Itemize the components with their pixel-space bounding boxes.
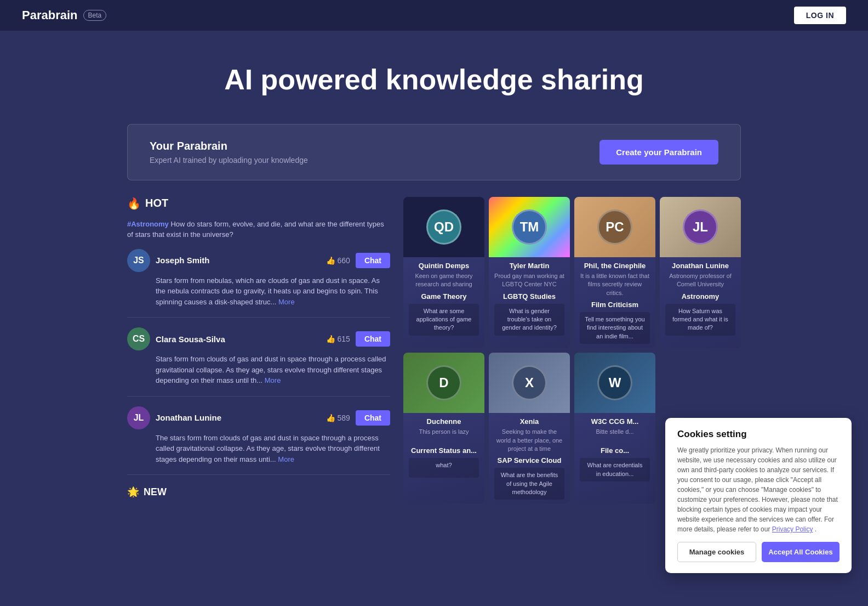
- card-desc: Astronomy professor of Cornell Universit…: [665, 272, 735, 289]
- card-avatar: JL: [683, 209, 718, 245]
- chat-item: CS Clara Sousa-Silva 👍 615 Chat Stars fo…: [127, 327, 390, 386]
- hot-question: #Astronomy How do stars form, evolve, an…: [127, 219, 390, 240]
- fire-icon: 🔥: [127, 197, 141, 210]
- hero-title: AI powered knowledge sharing: [22, 64, 846, 97]
- banner-text: Your Parabrain Expert AI trained by uplo…: [150, 140, 308, 165]
- card-image: W: [574, 353, 655, 413]
- banner-heading: Your Parabrain: [150, 140, 308, 152]
- question-tag: #Astronomy: [127, 220, 169, 228]
- card-tyler[interactable]: TM Tyler Martin Proud gay man working at…: [489, 197, 570, 348]
- chat-item-body: Stars form from nebulas, which are cloud…: [127, 275, 390, 308]
- card-image: D: [403, 353, 484, 413]
- card-topic: LGBTQ Studies: [494, 292, 564, 301]
- chat-button[interactable]: Chat: [356, 331, 390, 347]
- divider: [127, 396, 390, 397]
- more-link[interactable]: More: [278, 455, 294, 463]
- divider: [127, 474, 390, 475]
- like-count: 👍 589: [326, 414, 350, 422]
- card-image: JL: [660, 197, 741, 257]
- card-desc: It is a little known fact that films sec…: [580, 272, 650, 297]
- beta-badge: Beta: [83, 10, 107, 21]
- card-avatar: PC: [597, 209, 632, 245]
- card-image: PC: [574, 197, 655, 257]
- like-count: 👍 615: [326, 335, 350, 343]
- card-name: Phil, the Cinephile: [580, 262, 650, 270]
- card-quintin[interactable]: QD Quintin Demps Keen on game theory res…: [403, 197, 484, 348]
- left-panel: 🔥 HOT #Astronomy How do stars form, evol…: [127, 197, 390, 505]
- card-desc: This person is lazy: [409, 428, 479, 443]
- card-xenia[interactable]: X Xenia Seeking to make the world a bett…: [489, 353, 570, 504]
- card-body: Phil, the Cinephile It is a little known…: [574, 257, 655, 348]
- card-name: Tyler Martin: [494, 262, 564, 270]
- cookies-text: We greatly prioritize your privacy. When…: [677, 445, 840, 534]
- card-desc: Bitte stelle d...: [580, 428, 650, 443]
- banner-description: Expert AI trained by uploading your know…: [150, 156, 308, 165]
- header-left: Parabrain Beta: [22, 8, 106, 22]
- main-content: 🔥 HOT #Astronomy How do stars form, evol…: [105, 197, 763, 526]
- avatar: JS: [127, 249, 150, 272]
- divider: [127, 317, 390, 318]
- card-avatar: QD: [426, 209, 461, 245]
- chat-item-body: The stars form from clouds of gas and du…: [127, 433, 390, 465]
- card-topic: SAP Service Cloud: [494, 456, 564, 465]
- thumbs-up-icon: 👍: [326, 256, 335, 265]
- chat-item: JL Jonathan Lunine 👍 589 Chat The stars …: [127, 406, 390, 465]
- card-avatar: X: [512, 365, 547, 400]
- chat-item-header: CS Clara Sousa-Silva 👍 615 Chat: [127, 327, 390, 350]
- card-desc: Proud gay man working at LGBTQ Center NY…: [494, 272, 564, 289]
- new-label: 🌟 NEW: [127, 486, 390, 498]
- cookies-buttons: Manage cookies Accept All Cookies: [677, 542, 840, 562]
- card-body: Jonathan Lunine Astronomy professor of C…: [660, 257, 741, 340]
- card-avatar: D: [426, 365, 461, 400]
- card-body: Quintin Demps Keen on game theory resear…: [403, 257, 484, 340]
- card-image: QD: [403, 197, 484, 257]
- hero-section: AI powered knowledge sharing: [0, 31, 868, 118]
- card-question: What are some applications of game theor…: [409, 304, 479, 336]
- card-question: How Saturn was formed and what it is mad…: [665, 304, 735, 336]
- chat-button[interactable]: Chat: [356, 253, 390, 268]
- header: Parabrain Beta LOG IN: [0, 0, 868, 31]
- cookies-title: Cookies setting: [677, 429, 840, 440]
- card-body: Duchenne This person is lazy Current Sta…: [403, 413, 484, 482]
- card-topic: Astronomy: [665, 292, 735, 301]
- chat-item-name: Jonathan Lunine: [156, 413, 321, 422]
- card-image: X: [489, 353, 570, 413]
- card-question: What are the benefits of using the Agile…: [494, 468, 564, 500]
- card-topic: Current Status an...: [409, 446, 479, 455]
- card-topic: Film Criticism: [580, 301, 650, 309]
- chat-item-header: JL Jonathan Lunine 👍 589 Chat: [127, 406, 390, 429]
- card-question: what?: [409, 458, 479, 478]
- chat-item: JS Joseph Smith 👍 660 Chat Stars form fr…: [127, 249, 390, 308]
- card-topic: Game Theory: [409, 292, 479, 301]
- parabrain-banner: Your Parabrain Expert AI trained by uplo…: [127, 124, 741, 180]
- create-parabrain-button[interactable]: Create your Parabrain: [599, 140, 718, 165]
- logo: Parabrain: [22, 8, 78, 22]
- card-avatar: W: [597, 365, 632, 400]
- card-body: W3C CCG M... Bitte stelle d... File co..…: [574, 413, 655, 486]
- card-desc: Seeking to make the world a better place…: [494, 428, 564, 453]
- more-link[interactable]: More: [278, 298, 295, 306]
- card-name: Quintin Demps: [409, 262, 479, 270]
- accept-cookies-button[interactable]: Accept All Cookies: [762, 542, 840, 562]
- avatar: JL: [127, 406, 150, 429]
- card-duchenne[interactable]: D Duchenne This person is lazy Current S…: [403, 353, 484, 504]
- chat-button[interactable]: Chat: [356, 410, 390, 426]
- chat-item-name: Clara Sousa-Silva: [156, 335, 321, 344]
- card-phil[interactable]: PC Phil, the Cinephile It is a little kn…: [574, 197, 655, 348]
- card-avatar: TM: [512, 209, 547, 245]
- card-question: What is gender trouble's take on gender …: [494, 304, 564, 336]
- card-name: W3C CCG M...: [580, 417, 650, 426]
- login-button[interactable]: LOG IN: [794, 7, 846, 24]
- cookies-modal: Cookies setting We greatly prioritize yo…: [665, 418, 852, 573]
- manage-cookies-button[interactable]: Manage cookies: [677, 542, 756, 562]
- chat-item-header: JS Joseph Smith 👍 660 Chat: [127, 249, 390, 272]
- card-name: Jonathan Lunine: [665, 262, 735, 270]
- card-w3c[interactable]: W W3C CCG M... Bitte stelle d... File co…: [574, 353, 655, 504]
- thumbs-up-icon: 👍: [326, 414, 335, 422]
- hot-label: 🔥 HOT: [127, 197, 390, 210]
- card-question: What are credentials in education...: [580, 458, 650, 482]
- card-jonathan[interactable]: JL Jonathan Lunine Astronomy professor o…: [660, 197, 741, 348]
- more-link[interactable]: More: [265, 376, 281, 384]
- privacy-policy-link[interactable]: Privacy Policy: [772, 525, 813, 533]
- thumbs-up-icon: 👍: [326, 335, 335, 343]
